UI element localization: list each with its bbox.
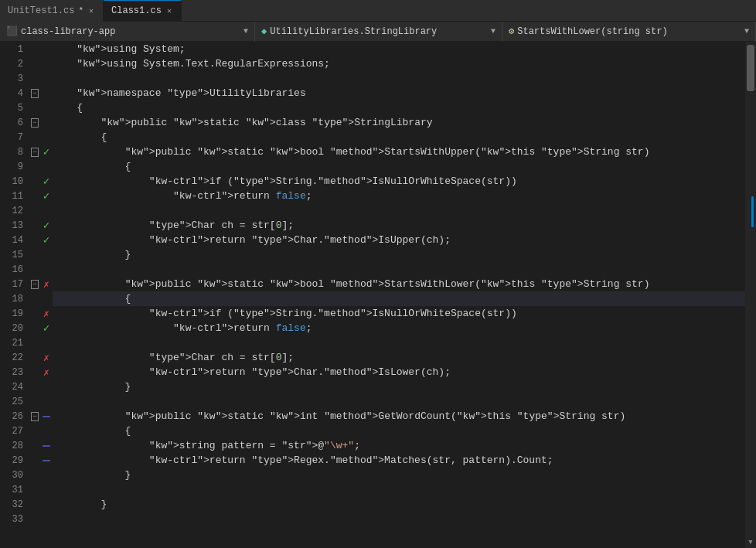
line-number: 12 (0, 206, 29, 216)
line-gutter: 1234−56−78−✓910✓11✓1213✓14✓151617−✗1819✗… (0, 42, 53, 548)
code-line[interactable]: "type">Char ch = str[0]; (53, 350, 756, 365)
code-text: "kw-ctrl">return "type">Char."method">Is… (53, 365, 451, 380)
gutter-row: 5 (0, 100, 53, 115)
change-indicator (751, 196, 754, 227)
code-text: { (53, 100, 83, 115)
line-number: 21 (0, 338, 29, 349)
gutter-row: 7 (0, 130, 53, 145)
code-area[interactable]: "kw">using System; "kw">using System.Tex… (53, 42, 756, 548)
line-number: 28 (0, 441, 29, 451)
line-number: 8 (0, 147, 29, 158)
gutter-row: 11✓ (0, 189, 53, 203)
code-line[interactable]: "kw-ctrl">return "type">Regex."method">M… (53, 453, 756, 468)
line-number: 4 (0, 88, 29, 99)
code-line[interactable]: "kw-ctrl">return "type">Char."method">Is… (53, 233, 756, 247)
code-line[interactable] (53, 482, 756, 497)
code-line[interactable]: "kw">using System; (53, 42, 756, 56)
code-line[interactable]: "kw">public "kw">static "kw">bool "metho… (53, 277, 756, 291)
project-label: class-library-app (21, 26, 115, 37)
code-line[interactable]: } (53, 380, 756, 394)
test-status-icon: ✓ (40, 145, 53, 158)
scrollbar-down-arrow[interactable]: ▼ (745, 537, 756, 548)
test-status-icon: ✗ (40, 278, 53, 291)
gutter-row: 12 (0, 203, 53, 218)
code-line[interactable]: "kw">public "kw">static "kw">int "method… (53, 409, 756, 424)
code-line[interactable]: { (53, 291, 756, 306)
code-line[interactable]: "kw">string pattern = "str">@"\w+"; (53, 438, 756, 453)
gutter-row: 17−✗ (0, 277, 53, 291)
code-line[interactable]: { (53, 159, 756, 174)
gutter-row: 21 (0, 335, 53, 350)
line-number: 13 (0, 220, 29, 231)
test-status-icon: ✓ (40, 219, 53, 232)
code-text: "kw">public "kw">static "kw">bool "metho… (53, 145, 649, 159)
code-line[interactable]: "kw-ctrl">return false; (53, 321, 756, 335)
code-line[interactable]: "kw">namespace "type">UtilityLibraries (53, 86, 756, 100)
test-status-icon: ✓ (40, 322, 53, 335)
tab-unittest-modified: * (78, 6, 83, 15)
gutter-row: 13✓ (0, 218, 53, 233)
class-dropdown[interactable]: ◆ UtilityLibraries.StringLibrary ▼ (255, 22, 502, 42)
code-line[interactable]: { (53, 100, 756, 115)
line-number: 20 (0, 323, 29, 334)
tab-unittest[interactable]: UnitTest1.cs * ✕ (0, 0, 104, 22)
code-text: } (53, 497, 107, 512)
fold-icon[interactable]: − (29, 118, 40, 127)
method-arrow: ▼ (744, 27, 749, 36)
gutter-row: 29 (0, 453, 53, 468)
gutter-row: 26− (0, 409, 53, 424)
line-number: 15 (0, 250, 29, 260)
code-line[interactable]: "kw-ctrl">return false; (53, 189, 756, 203)
code-line[interactable]: "kw">public "kw">static "kw">class "type… (53, 115, 756, 130)
code-line[interactable]: "kw">public "kw">static "kw">bool "metho… (53, 145, 756, 159)
gutter-row: 18 (0, 291, 53, 306)
code-line[interactable] (53, 71, 756, 86)
line-number: 3 (0, 73, 29, 84)
tab-class1-close[interactable]: ✕ (165, 5, 173, 16)
fold-icon[interactable]: − (29, 280, 40, 288)
scrollbar-thumb[interactable] (747, 45, 754, 91)
code-text: "kw">public "kw">static "kw">class "type… (53, 115, 433, 130)
code-line[interactable]: "kw">using System.Text.RegularExpression… (53, 56, 756, 71)
code-text: { (53, 291, 131, 306)
tab-unittest-close[interactable]: ✕ (87, 5, 95, 16)
code-text: } (53, 468, 131, 482)
code-line[interactable] (53, 262, 756, 277)
code-line[interactable]: } (53, 468, 756, 482)
code-line[interactable]: "kw-ctrl">return "type">Char."method">Is… (53, 365, 756, 380)
project-arrow: ▼ (243, 27, 248, 36)
tab-bar: UnitTest1.cs * ✕ Class1.cs ✕ (0, 0, 756, 22)
gutter-row: 16 (0, 262, 53, 277)
line-number: 27 (0, 426, 29, 437)
line-number: 22 (0, 352, 29, 363)
code-text: "type">Char ch = str[0]; (53, 218, 294, 233)
gutter-row: 2 (0, 56, 53, 71)
code-line[interactable] (53, 335, 756, 350)
code-line[interactable] (53, 203, 756, 218)
project-dropdown[interactable]: ⬛ class-library-app ▼ (0, 22, 255, 42)
code-line[interactable]: "kw-ctrl">if ("type">String."method">IsN… (53, 174, 756, 189)
code-line[interactable] (53, 394, 756, 409)
gutter-row: 10✓ (0, 174, 53, 189)
fold-icon[interactable]: − (29, 89, 40, 97)
gutter-row: 8−✓ (0, 145, 53, 159)
line-number: 7 (0, 132, 29, 143)
fold-icon[interactable]: − (29, 148, 40, 156)
code-line[interactable]: { (53, 130, 756, 145)
tab-class1[interactable]: Class1.cs ✕ (104, 0, 182, 22)
code-line[interactable]: } (53, 497, 756, 512)
code-line[interactable]: } (53, 247, 756, 262)
vertical-scrollbar[interactable]: ▲ ▼ (745, 42, 756, 548)
code-line[interactable]: { (53, 424, 756, 438)
code-line[interactable] (53, 512, 756, 526)
fold-icon[interactable]: − (29, 412, 40, 420)
method-dropdown[interactable]: ⚙ StartsWithLower(string str) ▼ (502, 22, 756, 42)
code-text: "kw-ctrl">return false; (53, 189, 312, 203)
class-label: UtilityLibraries.StringLibrary (270, 26, 437, 37)
line-number: 6 (0, 117, 29, 128)
code-text: { (53, 159, 131, 174)
code-line[interactable]: "type">Char ch = str[0]; (53, 218, 756, 233)
gutter-row: 28 (0, 438, 53, 453)
code-line[interactable]: "kw-ctrl">if ("type">String."method">IsN… (53, 306, 756, 321)
code-text: } (53, 380, 131, 394)
